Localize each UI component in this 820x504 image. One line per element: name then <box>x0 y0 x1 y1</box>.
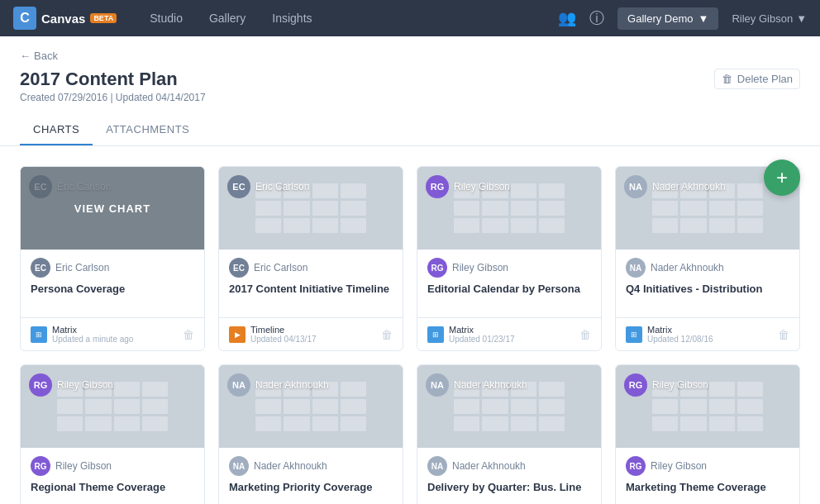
avatar-small: NA <box>427 456 447 476</box>
view-chart-overlay[interactable]: VIEW CHART <box>21 167 204 250</box>
avatar: NA <box>227 373 250 397</box>
top-navigation: C Canvas BETA Studio Gallery Insights 👥 … <box>0 0 820 36</box>
users-icon[interactable]: 👥 <box>558 9 576 27</box>
page-header-top: 2017 Content Plan Created 07/29/2016 | U… <box>20 69 800 103</box>
card-footer: ⊞ Matrix Updated a minute ago 🗑 <box>21 317 204 350</box>
card-title: Q4 Initiatives - Distribution <box>626 283 789 309</box>
card-body: EC Eric Carlson Persona Coverage <box>21 250 204 317</box>
chart-card[interactable]: EC Eric Carlson VIEW CHART EC Eric Carls… <box>20 166 205 351</box>
card-body: RG Riley Gibson Editorial Calendar by Pe… <box>417 250 601 317</box>
card-preview: RG Riley Gibson <box>21 365 204 448</box>
nav-insights[interactable]: Insights <box>259 0 325 36</box>
page-title-section: 2017 Content Plan Created 07/29/2016 | U… <box>20 69 206 103</box>
chart-type-icon: ⊞ <box>31 326 47 343</box>
card-author-name: Riley Gibson <box>55 460 112 472</box>
card-preview-grid <box>454 183 564 233</box>
canvas-logo-icon: C <box>13 7 36 30</box>
card-title: Marketing Theme Coverage <box>626 481 789 504</box>
delete-plan-button[interactable]: 🗑 Delete Plan <box>714 69 800 89</box>
avatar-small: NA <box>229 456 249 476</box>
card-preview-grid <box>255 183 365 233</box>
chart-card[interactable]: RG Riley Gibson RG Riley Gibson Marketin… <box>615 364 800 504</box>
card-preview-grid <box>454 382 564 431</box>
brand-name: Canvas <box>41 12 85 26</box>
card-title: Delivery by Quarter: Bus. Line <box>427 481 591 504</box>
chart-card[interactable]: RG Riley Gibson RG Riley Gibson Editoria… <box>417 166 602 351</box>
card-type-info: ⊞ Matrix Updated 01/23/17 <box>427 325 515 344</box>
card-title: Editorial Calendar by Persona <box>427 283 591 309</box>
tab-attachments[interactable]: ATTACHMENTS <box>93 116 203 145</box>
chart-type-icon: ▶ <box>229 326 246 343</box>
nav-studio[interactable]: Studio <box>136 0 196 36</box>
delete-label: Delete Plan <box>737 73 793 85</box>
user-menu[interactable]: Riley Gibson ▼ <box>732 12 807 25</box>
card-preview: NA Nader Akhnoukh <box>417 365 601 448</box>
avatar: RG <box>426 175 449 198</box>
chart-type-icon: ⊞ <box>427 326 444 343</box>
avatar: RG <box>29 373 52 397</box>
tab-charts[interactable]: CHARTS <box>20 116 93 145</box>
card-title: Regional Theme Coverage <box>31 481 194 504</box>
card-preview: RG Riley Gibson <box>417 167 601 250</box>
card-author-row: RG Riley Gibson <box>427 258 591 278</box>
tabs-bar: CHARTS ATTACHMENTS <box>20 116 800 145</box>
chart-card[interactable]: RG Riley Gibson RG Riley Gibson Regional… <box>20 364 205 504</box>
card-author-name: Eric Carlson <box>55 262 109 273</box>
card-preview-grid <box>57 382 167 431</box>
card-author-name: Riley Gibson <box>452 262 508 273</box>
card-preview-grid <box>652 382 762 431</box>
card-footer: ⊞ Matrix Updated 01/23/17 🗑 <box>417 317 601 350</box>
user-name: Riley Gibson <box>732 12 793 25</box>
card-preview-grid <box>652 183 762 233</box>
chart-card[interactable]: EC Eric Carlson EC Eric Carlson 2017 Con… <box>218 166 403 351</box>
info-icon[interactable]: ⓘ <box>589 8 604 28</box>
user-chevron-icon: ▼ <box>796 12 807 25</box>
chart-card[interactable]: NA Nader Akhnoukh NA Nader Akhnoukh Q4 I… <box>615 166 800 351</box>
card-body: EC Eric Carlson 2017 Content Initiative … <box>219 250 403 317</box>
card-footer: ▶ Timeline Updated 04/13/17 🗑 <box>219 317 403 350</box>
card-author-name: Nader Akhnoukh <box>452 460 526 472</box>
card-body: NA Nader Akhnoukh Q4 Initiatives - Distr… <box>616 250 799 317</box>
delete-card-icon[interactable]: 🗑 <box>381 328 393 341</box>
avatar: RG <box>624 373 647 397</box>
chart-type-icon: ⊞ <box>626 326 642 343</box>
charts-grid: EC Eric Carlson VIEW CHART EC Eric Carls… <box>20 166 800 504</box>
delete-card-icon[interactable]: 🗑 <box>579 328 591 341</box>
card-author-name: Nader Akhnoukh <box>254 460 327 472</box>
card-body: RG Riley Gibson Marketing Theme Coverage <box>616 448 799 504</box>
page-header: ← Back 2017 Content Plan Created 07/29/2… <box>0 36 820 146</box>
back-arrow-icon: ← <box>20 50 31 62</box>
card-body: RG Riley Gibson Regional Theme Coverage <box>21 448 204 504</box>
card-update: Updated 04/13/17 <box>250 335 317 344</box>
card-title: Persona Coverage <box>31 283 194 309</box>
card-update: Updated 01/23/17 <box>449 335 515 344</box>
avatar-small: RG <box>427 258 447 278</box>
avatar: NA <box>624 175 647 198</box>
avatar: NA <box>426 373 449 397</box>
card-body: NA Nader Akhnoukh Marketing Priority Cov… <box>219 448 403 504</box>
delete-card-icon[interactable]: 🗑 <box>778 328 789 341</box>
nav-links: Studio Gallery Insights <box>136 0 558 36</box>
brand-logo[interactable]: C Canvas BETA <box>13 7 117 30</box>
card-preview: EC Eric Carlson <box>219 167 403 250</box>
card-type-info: ▶ Timeline Updated 04/13/17 <box>229 325 317 344</box>
card-author-name: Eric Carlson <box>254 262 308 273</box>
card-type-label: Timeline <box>250 325 317 335</box>
chart-card[interactable]: NA Nader Akhnoukh NA Nader Akhnoukh Mark… <box>218 364 403 504</box>
beta-badge: BETA <box>90 13 117 23</box>
card-type-info: ⊞ Matrix Updated 12/08/16 <box>626 325 713 344</box>
avatar-small: RG <box>626 456 646 476</box>
card-preview-grid <box>255 382 365 431</box>
back-button[interactable]: ← Back <box>20 50 800 62</box>
card-author-row: NA Nader Akhnoukh <box>427 456 591 476</box>
card-title: 2017 Content Initiative Timeline <box>229 283 393 309</box>
workspace-dropdown[interactable]: Gallery Demo ▼ <box>617 7 718 30</box>
card-author-row: NA Nader Akhnoukh <box>229 456 393 476</box>
card-type-label: Matrix <box>647 325 713 335</box>
delete-card-icon[interactable]: 🗑 <box>183 328 194 341</box>
nav-right: 👥 ⓘ Gallery Demo ▼ Riley Gibson ▼ <box>558 7 807 30</box>
card-type-label: Matrix <box>449 325 515 335</box>
add-chart-button[interactable]: + <box>764 159 800 196</box>
chart-card[interactable]: NA Nader Akhnoukh NA Nader Akhnoukh Deli… <box>417 364 602 504</box>
nav-gallery[interactable]: Gallery <box>196 0 259 36</box>
